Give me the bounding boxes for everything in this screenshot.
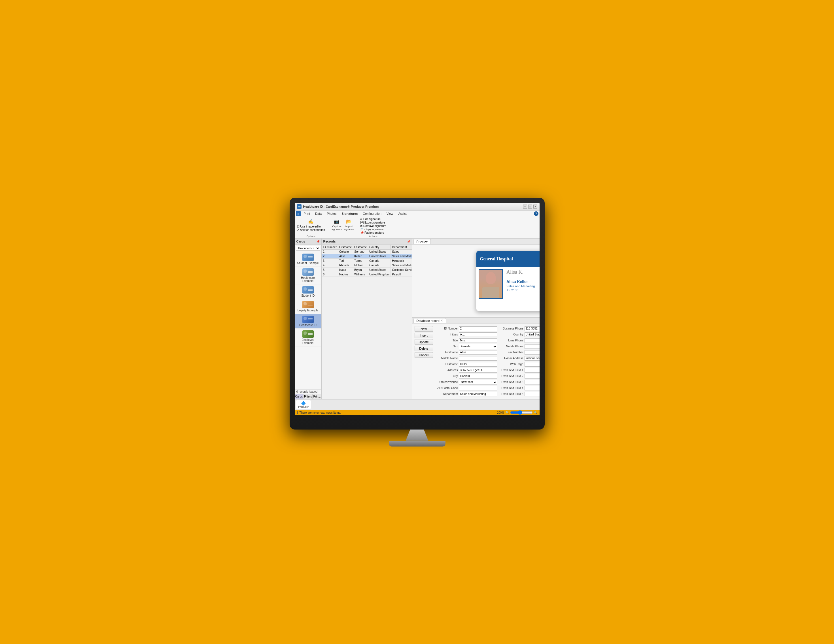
table-row[interactable]: 1CelesteSerranoUnited StatesSales: [322, 249, 412, 254]
card-item-student-example[interactable]: Student Example: [295, 252, 322, 266]
initials-input[interactable]: [459, 332, 497, 337]
field-email: E-mail Address: [501, 356, 540, 361]
signature-options-btn[interactable]: ✍ ☐ Use image editor ✓ Ask for confirmat…: [296, 218, 326, 232]
state-select[interactable]: New York: [459, 380, 497, 385]
right-preview-area: Preview General Hospital ✚: [412, 239, 540, 399]
id-number-input[interactable]: [459, 326, 497, 331]
ly-line-1: [308, 304, 313, 304]
menu-photos[interactable]: Photos: [325, 211, 339, 216]
lastname-input[interactable]: [459, 362, 497, 366]
title-bar-controls: — □ ✕: [523, 205, 537, 208]
extra-text-5-input[interactable]: [525, 392, 540, 396]
extra-text-4-input[interactable]: [525, 386, 540, 391]
extra-text-3-input[interactable]: [525, 380, 540, 384]
menu-assist[interactable]: Assist: [396, 211, 409, 216]
menu-print[interactable]: Print: [301, 211, 312, 216]
preview-tab[interactable]: Preview: [414, 239, 431, 244]
tab-filters[interactable]: Filters: [304, 394, 313, 399]
table-row[interactable]: 2AlisaKellerUnited StatesSales and Marke…: [322, 254, 412, 258]
menu-data[interactable]: Data: [313, 211, 324, 216]
db-delete-btn[interactable]: Delete: [415, 345, 433, 351]
card-item-employee-example[interactable]: Employee Example: [295, 329, 322, 347]
tab-print[interactable]: Prin...: [313, 394, 321, 399]
card-icon-lines-sid: [308, 289, 313, 291]
web-input[interactable]: [525, 362, 540, 366]
firstname-input[interactable]: [459, 350, 497, 355]
use-image-editor-option[interactable]: ☐ Use image editor: [297, 225, 325, 228]
extra-text-2-input[interactable]: [525, 374, 540, 379]
export-signature-opt[interactable]: 💾 Export signature: [360, 221, 386, 224]
maximize-button[interactable]: □: [528, 205, 532, 208]
card-item-healthcare-id[interactable]: Healthcare ID: [295, 314, 322, 329]
ask-confirmation-option[interactable]: ✓ Ask for confirmation: [297, 228, 325, 231]
db-update-btn[interactable]: Update: [415, 339, 433, 345]
db-action-buttons: New Insert Update Delete Cancel: [415, 326, 433, 397]
table-cell-firstname: Celeste: [338, 249, 353, 254]
close-button[interactable]: ✕: [533, 205, 537, 208]
country-input[interactable]: [525, 332, 540, 337]
email-input[interactable]: [525, 356, 540, 361]
db-cancel-btn[interactable]: Cancel: [415, 352, 433, 358]
paste-signature-opt[interactable]: 📌 Paste signature: [360, 231, 386, 234]
title-input[interactable]: [459, 338, 497, 343]
field-title: Title: [435, 338, 497, 343]
card-item-healthcare-example[interactable]: Healthcare Example: [295, 266, 322, 284]
zoom-increase-icon[interactable]: 🔍: [534, 411, 537, 414]
table-row[interactable]: 3TadTorresCanadaHelpdesk: [322, 258, 412, 263]
web-label: Web Page: [501, 363, 524, 366]
table-row[interactable]: 4RhondaMcleodCanadaSales and Marketing: [322, 263, 412, 268]
copy-signature-opt[interactable]: 📋 Copy signature: [360, 228, 386, 231]
capture-signature-btn[interactable]: 📷 Capturesignature: [331, 218, 343, 232]
cards-filter-dropdown[interactable]: Producer Examples: [296, 246, 320, 251]
menu-configuration[interactable]: Configuration: [360, 211, 383, 216]
remove-signature-opt[interactable]: ✖ Remove signature: [360, 224, 386, 228]
lastname-label: Lastname: [435, 363, 458, 366]
sex-select[interactable]: Female Male: [459, 344, 497, 349]
app-menu-button[interactable]: ≡: [296, 211, 301, 216]
table-row[interactable]: 6NadineWilliamsUnited KingdomPayroll: [322, 272, 412, 276]
database-record-tab[interactable]: Database record ✕: [414, 318, 446, 323]
producer-tab[interactable]: 🔷 Producer: [296, 400, 312, 409]
table-row[interactable]: 5IsaacBryanUnited StatesCustomer Service: [322, 268, 412, 272]
department-input[interactable]: [459, 392, 497, 396]
id-card-preview: General Hospital ✚: [476, 250, 539, 312]
card-item-student-id[interactable]: Student ID: [295, 284, 322, 299]
tab-cards[interactable]: Cards: [295, 394, 304, 399]
card-item-loyalty[interactable]: Loyalty Example: [295, 299, 322, 314]
sig-options-list: ☐ Use image editor ✓ Ask for confirmatio…: [297, 225, 325, 231]
sig-group-actions: ✏ Edit signature 💾 Export signature ✖ Re…: [360, 218, 388, 238]
window-title: Healthcare ID - CardExchange® Producer P…: [303, 205, 379, 208]
minimize-button[interactable]: —: [523, 205, 527, 208]
menu-view[interactable]: View: [384, 211, 396, 216]
edit-signature-opt[interactable]: ✏ Edit signature: [360, 218, 386, 221]
cards-panel-tabs: Cards Filters Prin...: [295, 394, 322, 399]
card-info: Alisa K. Alisa Keller Sales and Marketin…: [506, 269, 539, 307]
import-signature-btn[interactable]: 📂 Importsignature: [343, 218, 355, 232]
db-tab-close[interactable]: ✕: [441, 319, 443, 322]
cards-panel-pin[interactable]: 📌: [316, 240, 320, 243]
city-input[interactable]: [459, 374, 497, 379]
table-cell-firstname: Tad: [338, 258, 353, 263]
address-input[interactable]: [459, 368, 497, 373]
col-department: Department: [391, 245, 412, 249]
menu-bar: ≡ Print Data Photos Signatures Configura…: [295, 211, 540, 217]
help-icon[interactable]: ?: [534, 211, 538, 216]
sex-label: Sex: [435, 345, 458, 348]
menu-signatures[interactable]: Signatures: [339, 211, 360, 216]
zoom-decrease-icon[interactable]: 🔍: [506, 411, 509, 414]
home-phone-input[interactable]: [525, 338, 540, 343]
business-phone-input[interactable]: [525, 326, 540, 331]
zip-input[interactable]: [459, 386, 497, 391]
middle-name-input[interactable]: [459, 356, 497, 361]
db-new-btn[interactable]: New: [415, 326, 433, 332]
state-label: State/Province: [435, 381, 458, 384]
extra-text-1-input[interactable]: [525, 368, 540, 373]
monitor-bezel: 🪪 Healthcare ID - CardExchange® Producer…: [289, 198, 545, 429]
cards-header-label: Cards: [296, 240, 305, 243]
records-panel-pin[interactable]: 📌: [407, 240, 411, 243]
db-insert-btn[interactable]: Insert: [415, 332, 433, 338]
mobile-phone-input[interactable]: [525, 344, 540, 349]
zoom-slider[interactable]: [510, 412, 533, 414]
fax-input[interactable]: [525, 350, 540, 355]
sig-options-row: ✍ ☐ Use image editor ✓ Ask for confirmat…: [296, 218, 326, 232]
